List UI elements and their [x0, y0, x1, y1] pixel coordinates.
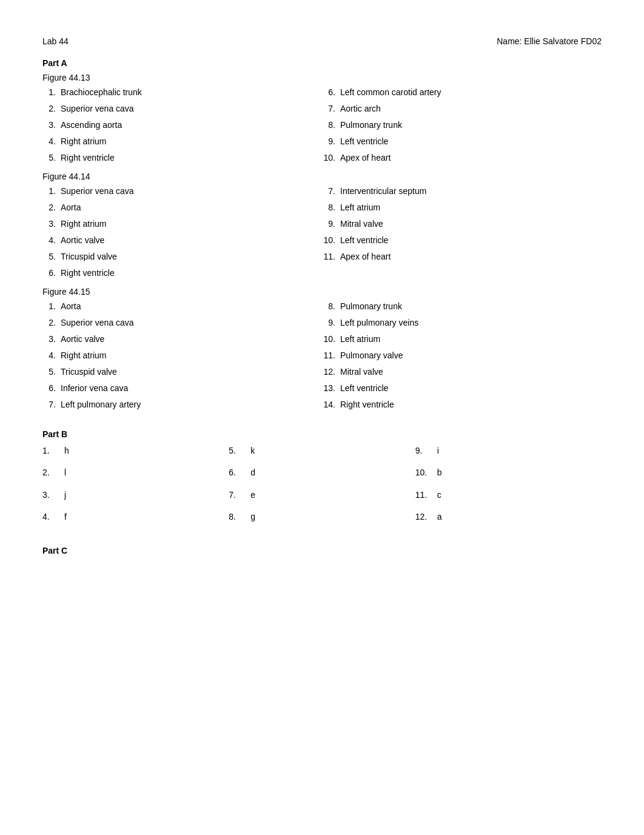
- list-item: 3. Right atrium: [42, 218, 322, 230]
- figure-44-14-left: 1. Superior vena cava 2. Aorta 3. Right …: [42, 185, 322, 283]
- list-item: 5. Tricuspid valve: [42, 250, 322, 263]
- list-item: 7. Interventricular septum: [322, 185, 602, 198]
- list-item: 7. Left pulmonary artery: [42, 398, 322, 411]
- list-item: 9. Left ventricle: [322, 135, 602, 148]
- list-item: 13. Left ventricle: [322, 382, 602, 395]
- list-item: 4. Aortic valve: [42, 234, 322, 247]
- list-item: 6. Right ventricle: [42, 267, 322, 280]
- list-item: 1. Brachiocephalic trunk: [42, 86, 322, 99]
- part-b-item: 1. h: [42, 444, 229, 457]
- list-item: 11. Pulmonary valve: [322, 349, 602, 362]
- part-b-item: 9. i: [415, 444, 602, 457]
- list-item: 9. Left pulmonary veins: [322, 317, 602, 329]
- list-item: 12. Mitral valve: [322, 366, 602, 378]
- list-item: 10. Apex of heart: [322, 152, 602, 164]
- list-item: 8. Left atrium: [322, 201, 602, 214]
- figure-44-13-label: Figure 44.13: [42, 73, 602, 82]
- part-b-grid: 1. h 2. l 3. j 4. f 5. k 6. d: [42, 444, 602, 528]
- list-item: 8. Pulmonary trunk: [322, 300, 602, 313]
- part-b-item: 5. k: [229, 444, 415, 457]
- figure-44-14: Figure 44.14 1. Superior vena cava 2. Ao…: [42, 172, 602, 283]
- part-c-section: Part C: [42, 546, 602, 555]
- figure-44-15-label: Figure 44.15: [42, 287, 602, 297]
- list-item: 4. Right atrium: [42, 135, 322, 148]
- part-b-item: 7. e: [229, 488, 415, 501]
- list-item: 2. Superior vena cava: [42, 102, 322, 115]
- part-b-item: 10. b: [415, 466, 602, 479]
- list-item: 8. Pulmonary trunk: [322, 119, 602, 132]
- figure-44-13: Figure 44.13 1. Brachiocephalic trunk 2.…: [42, 73, 602, 168]
- list-item: 4. Right atrium: [42, 349, 322, 362]
- name-label: Name: Ellie Salvatore FD02: [497, 36, 602, 46]
- figure-44-15: Figure 44.15 1. Aorta 2. Superior vena c…: [42, 287, 602, 415]
- figure-44-14-right: 7. Interventricular septum 8. Left atriu…: [322, 185, 602, 283]
- figure-44-13-left: 1. Brachiocephalic trunk 2. Superior ven…: [42, 86, 322, 168]
- list-item: 5. Tricuspid valve: [42, 366, 322, 378]
- figure-44-14-label: Figure 44.14: [42, 172, 602, 181]
- list-item: 7. Aortic arch: [322, 102, 602, 115]
- part-b-item: 4. f: [42, 510, 229, 523]
- part-b-item: 12. a: [415, 510, 602, 523]
- list-item: 2. Superior vena cava: [42, 317, 322, 329]
- list-item: 6. Left common carotid artery: [322, 86, 602, 99]
- figure-44-15-left: 1. Aorta 2. Superior vena cava 3. Aortic…: [42, 300, 322, 415]
- part-b-col-2: 5. k 6. d 7. e 8. g: [229, 444, 415, 528]
- figure-44-15-right: 8. Pulmonary trunk 9. Left pulmonary vei…: [322, 300, 602, 415]
- list-item: 14. Right ventricle: [322, 398, 602, 411]
- lab-label: Lab 44: [42, 36, 69, 46]
- part-b-col-3: 9. i 10. b 11. c 12. a: [415, 444, 602, 528]
- part-b-item: 8. g: [229, 510, 415, 523]
- list-item: 9. Mitral valve: [322, 218, 602, 230]
- part-a-title: Part A: [42, 58, 602, 68]
- part-b-col-1: 1. h 2. l 3. j 4. f: [42, 444, 229, 528]
- part-b-item: 11. c: [415, 488, 602, 501]
- part-b-title: Part B: [42, 429, 602, 439]
- list-item: 6. Inferior vena cava: [42, 382, 322, 395]
- part-b-item: 2. l: [42, 466, 229, 479]
- list-item: 11. Apex of heart: [322, 250, 602, 263]
- list-item: 1. Superior vena cava: [42, 185, 322, 198]
- figure-44-13-right: 6. Left common carotid artery 7. Aortic …: [322, 86, 602, 168]
- list-item: 3. Aortic valve: [42, 333, 322, 346]
- list-item: 3. Ascending aorta: [42, 119, 322, 132]
- list-item: 10. Left atrium: [322, 333, 602, 346]
- part-b-item: 3. j: [42, 488, 229, 501]
- list-item: 1. Aorta: [42, 300, 322, 313]
- page-header: Lab 44 Name: Ellie Salvatore FD02: [42, 36, 602, 46]
- part-b-section: Part B 1. h 2. l 3. j 4. f 5. k: [42, 429, 602, 528]
- list-item: 5. Right ventricle: [42, 152, 322, 164]
- part-a-section: Part A Figure 44.13 1. Brachiocephalic t…: [42, 58, 602, 415]
- part-c-title: Part C: [42, 546, 602, 555]
- list-item: 10. Left ventricle: [322, 234, 602, 247]
- part-b-item: 6. d: [229, 466, 415, 479]
- list-item: 2. Aorta: [42, 201, 322, 214]
